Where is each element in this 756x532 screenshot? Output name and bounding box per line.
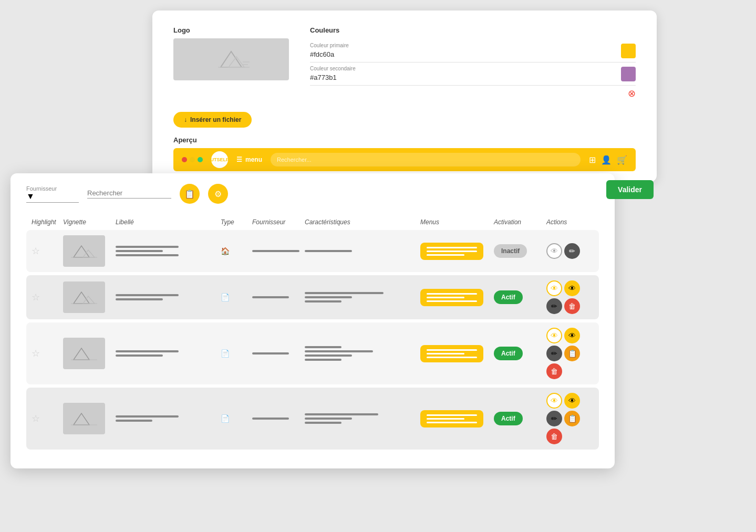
secondary-color-swatch[interactable]	[621, 67, 636, 81]
type-icon: 📄	[221, 293, 230, 301]
col-libelle: Libellé	[116, 218, 221, 226]
preview-menu: ☰ menu	[236, 156, 262, 163]
libelle-cell	[116, 350, 221, 357]
secondary-color-input[interactable]	[310, 74, 616, 81]
caracteristiques-cell	[305, 292, 420, 302]
star-icon[interactable]: ☆	[32, 413, 40, 424]
activation-cell[interactable]: Inactif	[494, 244, 546, 258]
fournisseur-select[interactable]: ▼	[26, 192, 79, 203]
primary-color-input[interactable]	[310, 50, 616, 58]
fournisseur-cell	[252, 352, 305, 354]
vignette-cell	[63, 403, 116, 434]
delete-icon[interactable]: ⊗	[310, 86, 636, 101]
apercu-label: Aperçu	[173, 136, 636, 144]
search-input[interactable]	[87, 189, 171, 199]
col-actions: Actions	[546, 218, 599, 226]
libelle-cell	[116, 415, 221, 422]
copy-button[interactable]: 📋	[564, 411, 580, 426]
activation-cell[interactable]: Actif	[494, 412, 546, 425]
vignette-thumbnail	[63, 338, 105, 369]
menus-cell	[420, 345, 494, 362]
edit-button[interactable]: ✏	[564, 243, 580, 259]
highlight-cell[interactable]: ☆	[32, 348, 63, 359]
view-button[interactable]: 👁	[546, 280, 562, 296]
col-type: Type	[221, 218, 252, 226]
cart-icon: 🛒	[617, 155, 627, 165]
user-icon: 👤	[601, 155, 612, 165]
add-icon: 📋	[184, 189, 195, 199]
dot-red	[182, 157, 187, 162]
actions-cell: 👁 👁 ✏ 📋 🗑	[546, 393, 594, 444]
fournisseur-cell	[252, 250, 305, 252]
col-menus: Menus	[420, 218, 494, 226]
add-item-button[interactable]: 📋	[180, 184, 200, 204]
delete-button[interactable]: 🗑	[564, 298, 580, 314]
edit-button[interactable]: ✏	[546, 346, 562, 361]
menus-cell	[420, 243, 494, 260]
table-row: ☆ 📄 Actif	[26, 322, 599, 384]
preview-bar: UTSELF ☰ menu Rechercher... ⊞ 👤 🛒	[173, 148, 636, 171]
col-activation: Activation	[494, 218, 546, 226]
activation-badge[interactable]: Actif	[494, 412, 523, 425]
col-caracteristiques: Caractéristiques	[305, 218, 420, 226]
table-header: Highlight Vignette Libellé Type Fourniss…	[26, 214, 599, 230]
delete-button[interactable]: 🗑	[546, 429, 562, 444]
table-row: ☆ 📄 Actif 👁	[26, 275, 599, 319]
vignette-thumbnail	[63, 235, 105, 267]
col-vignette: Vignette	[63, 218, 116, 226]
activation-badge[interactable]: Actif	[494, 347, 523, 360]
star-icon[interactable]: ☆	[32, 246, 40, 256]
secondary-color-sublabel: Couleur secondaire	[310, 66, 616, 71]
menu-badge	[420, 410, 483, 427]
view-button[interactable]: 👁	[546, 243, 562, 259]
copy-button[interactable]: 📋	[564, 346, 580, 361]
caracteristiques-cell	[305, 413, 420, 424]
col-highlight: Highlight	[32, 218, 63, 226]
fournisseur-cell	[252, 296, 305, 298]
caracteristiques-cell	[305, 346, 420, 361]
fournisseur-label: Fournisseur	[26, 185, 79, 192]
type-icon: 🏠	[221, 247, 230, 255]
view-alt-button[interactable]: 👁	[564, 328, 580, 343]
view-alt-button[interactable]: 👁	[564, 393, 580, 409]
star-icon[interactable]: ☆	[32, 348, 40, 359]
highlight-cell[interactable]: ☆	[32, 291, 63, 303]
type-cell: 📄	[221, 414, 252, 423]
actions-cell: 👁 👁 ✏ 📋 🗑	[546, 328, 594, 379]
primary-color-swatch[interactable]	[621, 44, 636, 58]
menu-badge	[420, 345, 483, 362]
edit-button[interactable]: ✏	[546, 411, 562, 426]
view-button[interactable]: 👁	[546, 393, 562, 409]
star-icon[interactable]: ☆	[32, 292, 40, 302]
type-cell: 📄	[221, 293, 252, 302]
menus-cell	[420, 410, 494, 427]
activation-cell[interactable]: Actif	[494, 290, 546, 304]
secondary-color-row: Couleur secondaire	[310, 62, 636, 86]
vignette-thumbnail	[63, 281, 105, 313]
highlight-cell[interactable]: ☆	[32, 245, 63, 257]
insert-file-button[interactable]: ↓ Insérer un fichier	[173, 112, 252, 128]
primary-color-row: Couleur primaire	[310, 39, 636, 62]
caracteristiques-cell	[305, 250, 420, 252]
type-icon: 📄	[221, 349, 230, 358]
activation-cell[interactable]: Actif	[494, 347, 546, 360]
valider-button[interactable]: Valider	[606, 180, 654, 199]
branding-panel: Logo Couleurs Couleur primaire	[152, 11, 657, 182]
highlight-cell[interactable]: ☆	[32, 413, 63, 424]
view-alt-button[interactable]: 👁	[564, 280, 580, 296]
table-row: ☆ 📄 Actif 👁	[26, 388, 599, 450]
grid-icon: ⊞	[589, 155, 596, 165]
table-row: ☆ 🏠 Inactif 👁	[26, 230, 599, 272]
activation-badge[interactable]: Inactif	[494, 244, 527, 258]
type-cell: 🏠	[221, 246, 252, 256]
libelle-cell	[116, 246, 221, 256]
activation-badge[interactable]: Actif	[494, 290, 523, 304]
chevron-down-icon: ▼	[26, 192, 35, 201]
settings-button[interactable]: ⚙	[208, 184, 228, 204]
delete-button[interactable]: 🗑	[546, 363, 562, 379]
edit-button[interactable]: ✏	[546, 298, 562, 314]
svg-marker-1	[229, 57, 244, 67]
dot-green	[198, 157, 203, 162]
view-button[interactable]: 👁	[546, 328, 562, 343]
product-table-panel: Fournisseur ▼ 📋 ⚙ Highlight Vignette Lib…	[11, 173, 615, 468]
